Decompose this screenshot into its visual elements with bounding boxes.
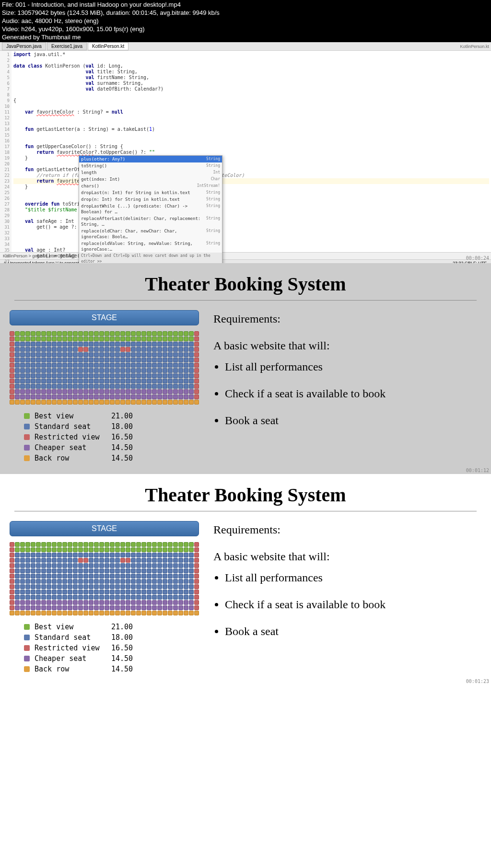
seat[interactable]: [147, 590, 152, 594]
seat[interactable]: [94, 379, 99, 383]
seat[interactable]: [110, 558, 115, 563]
seat[interactable]: [163, 363, 167, 368]
seat[interactable]: [99, 611, 104, 615]
seat[interactable]: [184, 389, 188, 394]
seat[interactable]: [115, 590, 120, 594]
seat[interactable]: [184, 331, 188, 336]
seat[interactable]: [36, 547, 41, 552]
seat[interactable]: [47, 342, 51, 347]
seat[interactable]: [94, 389, 99, 394]
seat[interactable]: [173, 595, 178, 600]
seat[interactable]: [152, 389, 157, 394]
seat[interactable]: [36, 595, 41, 600]
seat[interactable]: [83, 600, 88, 605]
seat[interactable]: [83, 331, 88, 336]
seat[interactable]: [157, 363, 162, 368]
seat[interactable]: [62, 368, 67, 373]
seat[interactable]: [57, 394, 62, 399]
seat[interactable]: [57, 347, 62, 352]
seat[interactable]: [115, 400, 120, 405]
seat[interactable]: [10, 579, 14, 584]
seat[interactable]: [147, 384, 152, 389]
seat[interactable]: [31, 368, 35, 373]
seat[interactable]: [126, 595, 130, 600]
seat[interactable]: [62, 379, 67, 383]
seat[interactable]: [105, 611, 109, 615]
seat[interactable]: [178, 595, 183, 600]
seat[interactable]: [194, 400, 199, 405]
seat[interactable]: [78, 547, 83, 552]
seat[interactable]: [152, 384, 157, 389]
seat[interactable]: [120, 389, 125, 394]
seat[interactable]: [178, 584, 183, 589]
seat[interactable]: [131, 547, 136, 552]
seat[interactable]: [94, 394, 99, 399]
seat[interactable]: [78, 336, 83, 341]
seat[interactable]: [157, 352, 162, 357]
seat[interactable]: [163, 379, 167, 383]
seat[interactable]: [126, 611, 130, 615]
seat[interactable]: [157, 389, 162, 394]
seat[interactable]: [25, 600, 30, 605]
seat[interactable]: [10, 563, 14, 568]
seat[interactable]: [189, 379, 194, 383]
seat[interactable]: [83, 342, 88, 347]
seat[interactable]: [189, 347, 194, 352]
seat[interactable]: [62, 342, 67, 347]
seat[interactable]: [184, 400, 188, 405]
seat[interactable]: [189, 563, 194, 568]
seat[interactable]: [41, 605, 46, 610]
seat[interactable]: [52, 595, 57, 600]
autocomplete-item[interactable]: get(index: Int)Char: [79, 176, 222, 183]
seat[interactable]: [184, 600, 188, 605]
seat[interactable]: [152, 373, 157, 378]
seat[interactable]: [105, 368, 109, 373]
seat[interactable]: [178, 363, 183, 368]
seat[interactable]: [78, 400, 83, 405]
seat[interactable]: [83, 558, 88, 563]
seat[interactable]: [31, 394, 35, 399]
seat[interactable]: [47, 611, 51, 615]
seat[interactable]: [73, 553, 78, 557]
seat[interactable]: [189, 605, 194, 610]
seat[interactable]: [136, 400, 141, 405]
seat[interactable]: [68, 358, 72, 362]
seat[interactable]: [163, 590, 167, 594]
seat[interactable]: [89, 363, 94, 368]
seat[interactable]: [126, 379, 130, 383]
seat[interactable]: [184, 352, 188, 357]
seat[interactable]: [163, 384, 167, 389]
seat[interactable]: [99, 579, 104, 584]
seat[interactable]: [115, 389, 120, 394]
seat[interactable]: [184, 558, 188, 563]
seat[interactable]: [157, 590, 162, 594]
seat[interactable]: [163, 547, 167, 552]
seat[interactable]: [99, 363, 104, 368]
seat[interactable]: [83, 400, 88, 405]
seat[interactable]: [131, 611, 136, 615]
seat[interactable]: [25, 336, 30, 341]
seat[interactable]: [168, 553, 173, 557]
seat[interactable]: [131, 605, 136, 610]
seat[interactable]: [141, 373, 146, 378]
seat[interactable]: [189, 331, 194, 336]
seat[interactable]: [41, 373, 46, 378]
seat[interactable]: [78, 373, 83, 378]
seat[interactable]: [189, 574, 194, 579]
seat[interactable]: [147, 563, 152, 568]
seat[interactable]: [168, 358, 173, 362]
seat[interactable]: [36, 389, 41, 394]
seat[interactable]: [15, 584, 20, 589]
seat[interactable]: [131, 579, 136, 584]
seat[interactable]: [73, 379, 78, 383]
seat[interactable]: [36, 352, 41, 357]
seat[interactable]: [184, 368, 188, 373]
seat[interactable]: [152, 590, 157, 594]
seat[interactable]: [194, 547, 199, 552]
seat[interactable]: [141, 331, 146, 336]
seat[interactable]: [36, 590, 41, 594]
seat[interactable]: [189, 558, 194, 563]
seat[interactable]: [163, 368, 167, 373]
seat[interactable]: [157, 574, 162, 579]
seat[interactable]: [110, 336, 115, 341]
